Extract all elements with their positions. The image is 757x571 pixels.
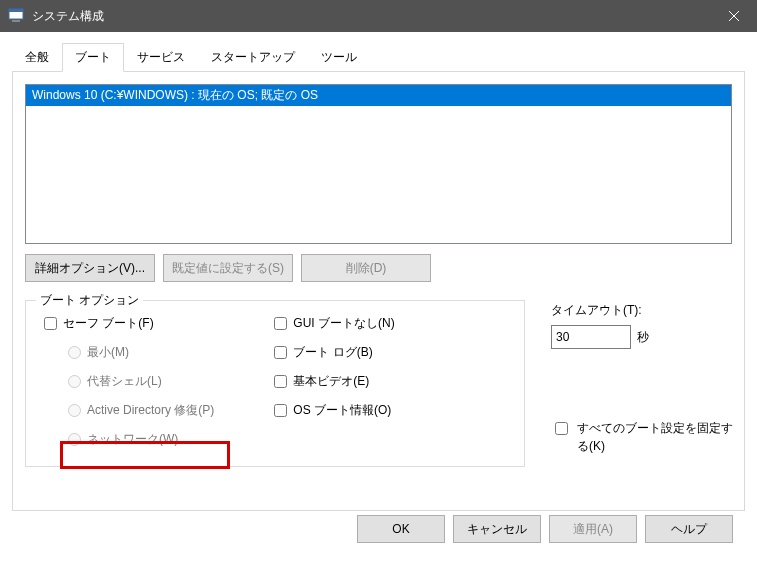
boot-entry[interactable]: Windows 10 (C:¥WINDOWS) : 現在の OS; 既定の OS [26, 85, 731, 106]
safe-boot-checkbox[interactable]: セーフ ブート(F) [44, 315, 214, 332]
cancel-button[interactable]: キャンセル [453, 515, 541, 543]
boot-options-legend: ブート オプション [36, 292, 143, 309]
os-info-input[interactable] [274, 404, 287, 417]
fix-settings-label: すべてのブート設定を固定する(K) [577, 419, 741, 455]
ad-repair-label: Active Directory 修復(P) [87, 402, 214, 419]
timeout-area: タイムアウト(T): 秒 すべてのブート設定を固定する(K) [551, 302, 741, 455]
os-info-checkbox[interactable]: OS ブート情報(O) [274, 402, 394, 419]
boot-entries-list[interactable]: Windows 10 (C:¥WINDOWS) : 現在の OS; 既定の OS [25, 84, 732, 244]
svg-rect-1 [9, 9, 23, 12]
boot-log-input[interactable] [274, 346, 287, 359]
help-button[interactable]: ヘルプ [645, 515, 733, 543]
ad-repair-input [68, 404, 81, 417]
alt-shell-input [68, 375, 81, 388]
minimal-input [68, 346, 81, 359]
close-button[interactable] [711, 0, 757, 32]
fix-settings-input[interactable] [555, 422, 568, 435]
tab-startup[interactable]: スタートアップ [198, 43, 308, 72]
ok-button[interactable]: OK [357, 515, 445, 543]
advanced-options-button[interactable]: 詳細オプション(V)... [25, 254, 155, 282]
fix-settings-checkbox[interactable]: すべてのブート設定を固定する(K) [551, 419, 741, 455]
apply-button: 適用(A) [549, 515, 637, 543]
tab-general[interactable]: 全般 [12, 43, 62, 72]
client-area: 全般 ブート サービス スタートアップ ツール Windows 10 (C:¥W… [0, 32, 757, 557]
timeout-input[interactable] [551, 325, 631, 349]
safe-boot-column: セーフ ブート(F) 最小(M) 代替シェル(L) Active Directo… [44, 315, 214, 448]
no-gui-input[interactable] [274, 317, 287, 330]
svg-rect-2 [12, 20, 20, 22]
minimal-radio: 最小(M) [68, 344, 214, 361]
network-radio: ネットワーク(W) [68, 431, 214, 448]
window-title: システム構成 [32, 8, 711, 25]
alt-shell-radio: 代替シェル(L) [68, 373, 214, 390]
tab-boot[interactable]: ブート [62, 43, 124, 72]
boot-log-checkbox[interactable]: ブート ログ(B) [274, 344, 394, 361]
boot-tab-panel: Windows 10 (C:¥WINDOWS) : 現在の OS; 既定の OS… [12, 71, 745, 511]
titlebar: システム構成 [0, 0, 757, 32]
boot-log-label: ブート ログ(B) [293, 344, 372, 361]
no-gui-label: GUI ブートなし(N) [293, 315, 394, 332]
base-video-checkbox[interactable]: 基本ビデオ(E) [274, 373, 394, 390]
app-icon [8, 8, 24, 24]
delete-button: 削除(D) [301, 254, 431, 282]
base-video-input[interactable] [274, 375, 287, 388]
tab-strip: 全般 ブート サービス スタートアップ ツール [12, 42, 745, 71]
boot-flags-column: GUI ブートなし(N) ブート ログ(B) 基本ビデオ(E) OS ブート情報… [274, 315, 394, 448]
minimal-label: 最小(M) [87, 344, 129, 361]
timeout-seconds: 秒 [637, 329, 649, 346]
dialog-footer: OK キャンセル 適用(A) ヘルプ [12, 511, 745, 543]
ad-repair-radio: Active Directory 修復(P) [68, 402, 214, 419]
network-label: ネットワーク(W) [87, 431, 178, 448]
os-info-label: OS ブート情報(O) [293, 402, 391, 419]
network-input [68, 433, 81, 446]
timeout-label: タイムアウト(T): [551, 302, 741, 319]
set-default-button: 既定値に設定する(S) [163, 254, 293, 282]
tab-tools[interactable]: ツール [308, 43, 370, 72]
alt-shell-label: 代替シェル(L) [87, 373, 162, 390]
tab-services[interactable]: サービス [124, 43, 198, 72]
no-gui-checkbox[interactable]: GUI ブートなし(N) [274, 315, 394, 332]
boot-options-group: ブート オプション セーフ ブート(F) 最小(M) 代替シェル(L) [25, 300, 525, 467]
close-icon [729, 11, 739, 21]
boot-buttons-row: 詳細オプション(V)... 既定値に設定する(S) 削除(D) [25, 254, 732, 282]
base-video-label: 基本ビデオ(E) [293, 373, 369, 390]
safe-boot-label: セーフ ブート(F) [63, 315, 154, 332]
safe-boot-input[interactable] [44, 317, 57, 330]
